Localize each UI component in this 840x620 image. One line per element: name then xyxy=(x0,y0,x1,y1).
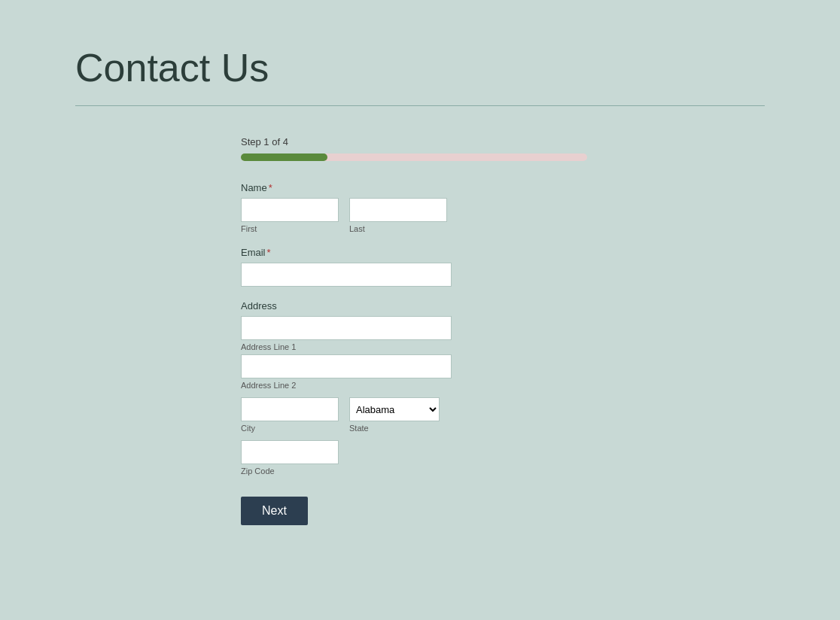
zip-wrapper: Zip Code xyxy=(241,440,557,476)
first-name-input[interactable] xyxy=(241,198,339,222)
address-line1-input[interactable] xyxy=(241,316,452,340)
address-line1-wrapper: Address Line 1 xyxy=(241,316,557,351)
step-label: Step 1 of 4 xyxy=(241,136,557,147)
next-button[interactable]: Next xyxy=(241,497,308,525)
zip-label: Zip Code xyxy=(241,467,557,476)
first-label: First xyxy=(241,224,339,233)
zip-input[interactable] xyxy=(241,440,339,464)
city-state-row: City Alabama Alaska Arizona Arkansas Cal… xyxy=(241,397,557,433)
page-title: Contact Us xyxy=(75,45,765,90)
address-field-group: Address Address Line 1 Address Line 2 Ci… xyxy=(241,300,557,476)
divider xyxy=(75,105,765,106)
name-field-group: Name* First Last xyxy=(241,182,557,233)
address-label: Address xyxy=(241,300,557,312)
form-container: Step 1 of 4 Name* First Last xyxy=(241,136,557,525)
email-field-group: Email* xyxy=(241,247,557,287)
state-select[interactable]: Alabama Alaska Arizona Arkansas Californ… xyxy=(349,397,440,421)
progress-bar-track xyxy=(241,153,587,161)
name-label: Name* xyxy=(241,182,557,193)
city-input[interactable] xyxy=(241,397,339,421)
first-name-wrapper: First xyxy=(241,198,339,233)
page-container: Contact Us Step 1 of 4 Name* First Last xyxy=(0,0,840,570)
address-line2-wrapper: Address Line 2 xyxy=(241,354,557,390)
city-label: City xyxy=(241,424,339,433)
address-line2-label: Address Line 2 xyxy=(241,381,557,390)
state-label: State xyxy=(349,424,440,433)
last-name-input[interactable] xyxy=(349,198,447,222)
name-row: First Last xyxy=(241,198,557,233)
last-name-wrapper: Last xyxy=(349,198,447,233)
last-label: Last xyxy=(349,224,447,233)
progress-bar-fill xyxy=(241,153,327,161)
address-line2-input[interactable] xyxy=(241,354,452,378)
state-wrapper: Alabama Alaska Arizona Arkansas Californ… xyxy=(349,397,440,433)
address-line1-label: Address Line 1 xyxy=(241,342,557,351)
email-input[interactable] xyxy=(241,263,452,287)
email-label: Email* xyxy=(241,247,557,258)
city-wrapper: City xyxy=(241,397,339,433)
